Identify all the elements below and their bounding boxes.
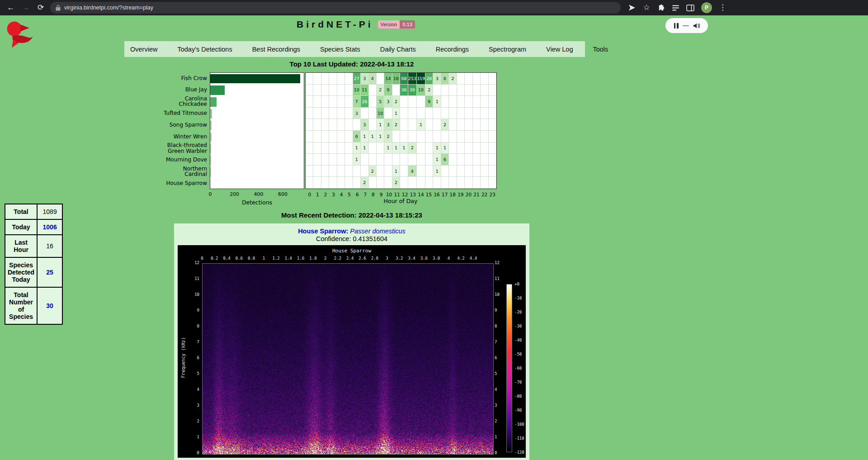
heatmap-cell (417, 108, 425, 119)
heatmap-cell: 9 (384, 85, 392, 96)
spectrogram-freq-tick: 4 (188, 387, 199, 392)
heatmap-cell: 6 (441, 73, 449, 85)
heatmap-cell (457, 119, 465, 131)
nav-item-overview[interactable]: Overview (130, 46, 157, 53)
heatmap-cell (408, 154, 417, 166)
nav-item-tools[interactable]: Tools (593, 46, 608, 53)
bookmark-star-icon[interactable]: ☆ (642, 2, 651, 13)
profile-avatar[interactable]: P (701, 2, 712, 13)
nav-item-today-s-detections[interactable]: Today's Detections (177, 46, 232, 53)
side-panel-icon[interactable] (686, 5, 694, 11)
heatmap-cell: 2 (392, 177, 400, 189)
heatmap-cell (345, 166, 353, 177)
heatmap-cell (337, 166, 345, 177)
spectrogram-time-tick: 1.2 (272, 256, 279, 261)
heatmap-cell (449, 119, 457, 131)
forward-icon[interactable]: → (20, 2, 31, 13)
tab-list-icon[interactable] (672, 5, 679, 11)
stats-value[interactable]: 25 (37, 257, 62, 287)
url-text: virginia.birdnetpi.com/?stream=play (64, 5, 153, 11)
heatmap-cell (361, 166, 368, 177)
spectrogram-time-tick: 3.8 (433, 256, 440, 261)
spectrogram-time-tick: 0.6 (236, 256, 243, 261)
heatmap-cell: 1 (384, 142, 392, 154)
heatmap-cell (408, 131, 417, 142)
heatmap-cell (489, 119, 496, 131)
spectrogram-time-tick: 3.2 (396, 256, 403, 261)
category-label: Song Sparrow (163, 119, 210, 131)
top10-figure: Fish CrowBlue JayCarolina ChickadeeTufte… (163, 72, 500, 208)
heatmap-cell: 1 (392, 142, 400, 154)
nav-item-daily-charts[interactable]: Daily Charts (380, 46, 416, 53)
heatmap-cell (489, 154, 496, 166)
detection-scientific-link[interactable]: Passer domesticus (350, 228, 406, 235)
heatmap-cell (481, 142, 488, 154)
spectrogram-freq-tick: 12 (188, 261, 199, 265)
spectrogram-freq-tick: 10 (495, 292, 506, 297)
heatmap-cell (377, 73, 384, 85)
menu-dots-icon[interactable]: ⋮ (719, 2, 724, 13)
bar-axis-tick: 200 (230, 191, 239, 197)
pause-icon[interactable] (674, 23, 679, 28)
audio-progress[interactable] (683, 25, 689, 26)
nav-item-best-recordings[interactable]: Best Recordings (252, 46, 300, 53)
back-icon[interactable]: ← (5, 2, 16, 13)
stats-row: Today1006 (5, 219, 62, 235)
heatmap-cell (345, 142, 353, 154)
detection-species-link[interactable]: House Sparrow: (298, 228, 348, 235)
heatmap-cell (337, 131, 345, 142)
nav-item-spectrogram[interactable]: Spectrogram (489, 46, 526, 53)
heatmap-cell (306, 142, 313, 154)
colorbar-tick: -30 (514, 324, 522, 328)
heatmap-cell (321, 177, 329, 189)
version-value: 0.13 (400, 20, 415, 28)
heatmap-cell: 14 (384, 73, 392, 85)
heatmap-cell (457, 166, 465, 177)
colorbar-tick: -60 (514, 366, 522, 370)
heatmap-cell (337, 177, 345, 189)
heatmap-cell (481, 96, 488, 108)
address-bar[interactable]: virginia.birdnetpi.com/?stream=play (50, 2, 621, 14)
extensions-icon[interactable] (657, 4, 665, 12)
heatmap-cell: 2 (425, 85, 433, 96)
heatmap-cell (337, 96, 345, 108)
bar-segment (210, 85, 225, 95)
category-label: Carolina Chickadee (163, 96, 210, 108)
heatmap-cell (433, 108, 441, 119)
audio-player[interactable] (665, 18, 708, 33)
colorbar-tick: -120 (514, 450, 524, 455)
colorbar-tick: -110 (514, 436, 524, 441)
nav-item-view-log[interactable]: View Log (546, 46, 573, 53)
spectrogram-freq-tick: 7 (188, 340, 199, 344)
heatmap-cell (329, 131, 337, 142)
heatmap-cell (417, 154, 425, 166)
hour-tick: 12 (402, 192, 408, 197)
nav-item-recordings[interactable]: Recordings (436, 46, 469, 53)
heatmap-cell (441, 108, 449, 119)
spectrogram-time-tick: 3 (386, 256, 388, 261)
heatmap-cell: 2 (361, 177, 368, 189)
heatmap-cell (417, 131, 425, 142)
heatmap-cell (457, 131, 465, 142)
spectrogram-time-tick: 3.4 (408, 256, 415, 261)
spectrogram-freq-tick: 12 (495, 261, 506, 265)
spectrogram-freq-tick: 0 (495, 451, 506, 455)
hour-tick: 1 (316, 192, 319, 197)
heatmap-cell (408, 108, 417, 119)
heatmap-cell (433, 119, 441, 131)
volume-icon[interactable] (693, 23, 700, 29)
spectrogram-colorbar (506, 284, 512, 452)
heatmap-cell (329, 73, 337, 85)
refresh-icon[interactable]: ⟳ (35, 2, 46, 13)
stats-value[interactable]: 1006 (37, 219, 62, 235)
spectrogram-freq-tick: 8 (188, 324, 199, 328)
send-icon[interactable] (628, 4, 636, 11)
heatmap-cell (345, 177, 353, 189)
heatmap-cell (481, 85, 488, 96)
browser-toolbar: ← → ⟳ virginia.birdnetpi.com/?stream=pla… (0, 0, 868, 15)
nav-item-species-stats[interactable]: Species Stats (320, 46, 360, 53)
spectrogram-freq-tick: 7 (495, 340, 506, 344)
hour-tick: 17 (442, 192, 448, 197)
hour-tick: 21 (473, 192, 479, 197)
stats-value[interactable]: 30 (37, 287, 62, 324)
